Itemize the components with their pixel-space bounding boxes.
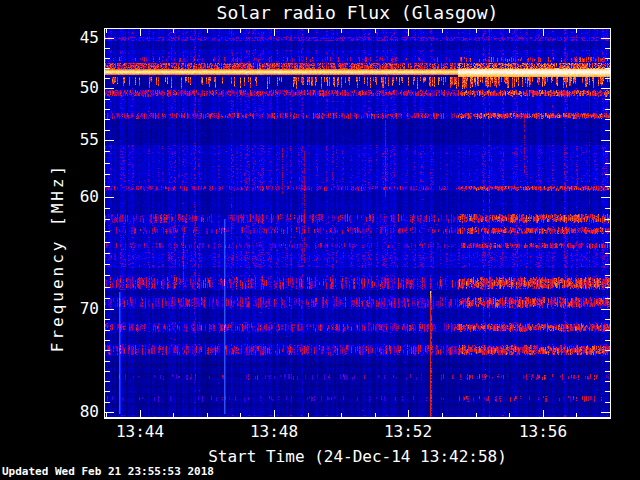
spectrogram-canvas bbox=[104, 28, 611, 419]
x-tick-label-1348: 13:48 bbox=[229, 424, 319, 440]
solar-radio-spectrogram: Solar radio Flux (Glasgow) Frequency [MH… bbox=[0, 0, 640, 480]
x-tick-label-1344: 13:44 bbox=[95, 424, 185, 440]
chart-title: Solar radio Flux (Glasgow) bbox=[104, 3, 611, 23]
x-axis-title: Start Time (24-Dec-14 13:42:58) bbox=[104, 447, 611, 466]
x-tick-label-1356: 13:56 bbox=[498, 424, 588, 440]
y-tick-label-60: 60 bbox=[0, 188, 99, 206]
y-tick-label-80: 80 bbox=[0, 403, 99, 421]
updated-timestamp: Updated Wed Feb 21 23:55:53 2018 bbox=[2, 466, 214, 478]
x-tick-label-1352: 13:52 bbox=[363, 424, 453, 440]
y-axis-title: Frequency [MHz] bbox=[48, 108, 67, 408]
y-tick-label-45: 45 bbox=[0, 29, 99, 47]
y-tick-label-50: 50 bbox=[0, 79, 99, 97]
y-tick-label-55: 55 bbox=[0, 131, 99, 149]
y-tick-label-70: 70 bbox=[0, 300, 99, 318]
